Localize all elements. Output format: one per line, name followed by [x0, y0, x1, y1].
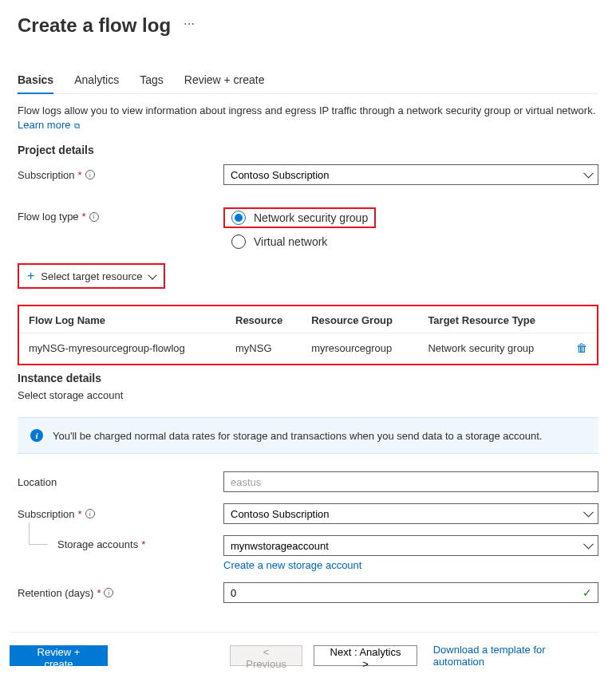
external-link-icon: ⧉	[72, 121, 80, 130]
plus-icon: +	[27, 269, 34, 283]
info-icon[interactable]: i	[85, 509, 95, 518]
page-title: Create a flow log	[18, 14, 171, 37]
cell-resource: myNSG	[227, 333, 303, 363]
previous-button: < Previous	[230, 645, 302, 666]
select-target-resource-button[interactable]: + Select target resource	[18, 263, 165, 289]
intro-text: Flow logs allow you to view information …	[18, 104, 598, 132]
required-marker: *	[97, 587, 101, 599]
more-actions-icon[interactable]: ⋯	[184, 18, 195, 30]
learn-more-link[interactable]: Learn more ⧉	[18, 119, 80, 131]
tab-tags[interactable]: Tags	[140, 73, 164, 94]
cell-target-type: Network security group	[420, 333, 568, 363]
required-marker: *	[78, 508, 82, 520]
radio-icon-selected	[231, 211, 246, 225]
section-instance-details: Instance details	[18, 372, 598, 384]
label-subscription-storage: Subscription	[18, 508, 75, 520]
label-storage-accounts: Storage accounts	[57, 538, 138, 550]
storage-subscription-select[interactable]: Contoso Subscription	[223, 503, 598, 524]
tab-basics[interactable]: Basics	[18, 73, 53, 94]
tab-analytics[interactable]: Analytics	[74, 73, 119, 94]
label-select-storage: Select storage account	[18, 389, 598, 401]
radio-icon	[231, 235, 246, 249]
info-icon[interactable]: i	[85, 170, 95, 179]
storage-info-banner: i You'll be charged normal data rates fo…	[18, 417, 598, 454]
next-button[interactable]: Next : Analytics >	[314, 645, 417, 666]
radio-vnet-label: Virtual network	[254, 235, 327, 248]
required-marker: *	[82, 211, 86, 223]
label-flow-log-type: Flow log type	[18, 211, 79, 223]
create-storage-link[interactable]: Create a new storage account	[223, 559, 361, 571]
col-resource: Resource	[227, 308, 303, 333]
select-target-label: Select target resource	[41, 270, 142, 282]
label-subscription: Subscription	[18, 169, 75, 181]
col-flow-log-name: Flow Log Name	[21, 308, 227, 333]
review-create-button[interactable]: Review + create	[10, 645, 108, 666]
chevron-down-icon	[148, 270, 156, 279]
location-input	[223, 471, 598, 492]
info-icon[interactable]: i	[89, 212, 99, 222]
target-resource-table: Flow Log Name Resource Resource Group Ta…	[18, 305, 598, 365]
indent-connector	[29, 522, 48, 545]
tab-review-create[interactable]: Review + create	[184, 73, 265, 94]
intro-body: Flow logs allow you to view information …	[18, 104, 595, 116]
storage-account-select[interactable]: mynwstorageaccount	[223, 535, 598, 556]
radio-nsg-label: Network security group	[254, 211, 368, 224]
subscription-select[interactable]: Contoso Subscription	[223, 164, 598, 185]
delete-icon[interactable]: 🗑	[576, 341, 587, 354]
info-icon: i	[30, 429, 43, 442]
label-retention: Retention (days)	[18, 587, 93, 599]
section-project-details: Project details	[18, 144, 598, 156]
table-header-row: Flow Log Name Resource Resource Group Ta…	[21, 308, 595, 333]
radio-nsg[interactable]: Network security group	[231, 211, 368, 225]
download-template-link[interactable]: Download a template for automation	[433, 644, 598, 668]
radio-vnet[interactable]: Virtual network	[223, 235, 598, 249]
label-location: Location	[18, 476, 57, 488]
table-row: myNSG-myresourcegroup-flowlog myNSG myre…	[21, 333, 595, 363]
cell-resource-group: myresourcegroup	[303, 333, 420, 363]
info-icon[interactable]: i	[104, 588, 113, 597]
footer-bar: Review + create < Previous Next : Analyt…	[10, 632, 598, 668]
retention-input[interactable]	[223, 582, 598, 603]
tabs-bar: Basics Analytics Tags Review + create	[18, 73, 598, 94]
col-target-type: Target Resource Type	[420, 308, 568, 333]
required-marker: *	[78, 169, 82, 181]
cell-flow-log-name: myNSG-myresourcegroup-flowlog	[21, 333, 227, 363]
col-resource-group: Resource Group	[303, 308, 420, 333]
required-marker: *	[141, 538, 145, 550]
banner-text: You'll be charged normal data rates for …	[53, 430, 542, 442]
